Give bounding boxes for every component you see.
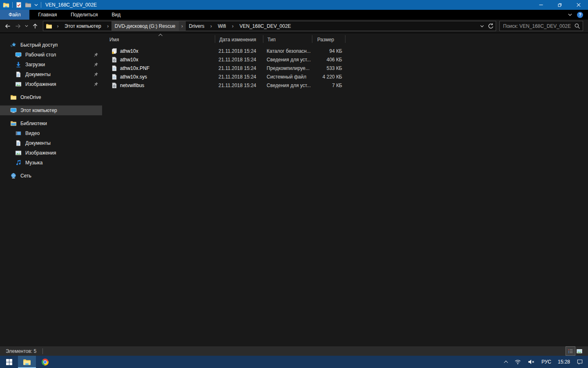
status-divider [42,348,43,354]
file-list-pane: Имя Дата изменения Тип Размер athw10x 21… [102,33,588,346]
language-indicator[interactable]: РУС [538,356,555,368]
sidebar-item-label: Изображения [25,81,56,87]
breadcrumb-current-folder[interactable]: VEN_168C_DEV_002E [236,21,294,31]
sidebar-item-onedrive[interactable]: OneDrive [0,92,102,102]
column-headers: Имя Дата изменения Тип Размер [105,33,588,45]
column-header-label: Тип [267,37,276,43]
breadcrumb-chevron-icon[interactable]: › [179,21,186,31]
sidebar-item-pictures-library[interactable]: Изображения [0,148,102,158]
desktop-screen: VEN_168C_DEV_002E Файл Главная Поделитьс… [0,0,588,368]
address-dropdown-chevron-icon[interactable] [479,21,486,31]
breadcrumb-drivers[interactable]: Drivers [186,21,208,31]
tab-view[interactable]: Вид [105,10,127,20]
address-bar[interactable]: › Этот компьютер › DVD-дисковод (G:) Res… [43,21,496,31]
sidebar-item-label: Музыка [25,160,42,166]
sidebar-item-documents-library[interactable]: Документы [0,138,102,148]
sidebar-item-pictures[interactable]: Изображения [0,79,102,89]
file-row[interactable]: athw10x 21.11.2018 15:24 Каталог безопас… [105,47,588,55]
thumbnails-view-button[interactable] [575,347,584,355]
column-header-label: Имя [109,37,119,43]
recent-locations-chevron-icon[interactable] [23,21,30,31]
minimize-button[interactable] [532,0,550,10]
explorer-app-icon[interactable] [3,2,9,8]
toolbar-separator [41,2,41,8]
quick-access-icon [10,42,17,48]
system-tray: РУС 15:28 [502,356,588,368]
breadcrumb-wifi[interactable]: Wifi [215,21,229,31]
volume-muted-icon[interactable] [524,356,538,368]
system-file-icon [111,65,118,72]
address-bar-right-controls [479,21,496,31]
tab-file[interactable]: Файл [0,10,29,20]
breadcrumb-dvd-drive[interactable]: DVD-дисковод (G:) Rescue [111,21,179,31]
sidebar-item-quick-access[interactable]: Быстрый доступ [0,40,102,50]
properties-button[interactable] [16,2,22,8]
refresh-icon[interactable] [486,21,496,31]
file-type: Системный файл [263,74,312,80]
up-button[interactable] [30,21,40,31]
customize-toolbar-chevron-icon[interactable] [34,4,38,6]
details-view-button[interactable] [566,347,575,355]
column-header-date-modified[interactable]: Дата изменения [215,33,263,45]
help-icon[interactable] [577,12,583,18]
this-pc-icon [10,107,17,114]
sidebar-item-label: Этот компьютер [20,108,57,113]
sort-ascending-icon [158,34,163,38]
column-header-size[interactable]: Размер [312,33,345,45]
sidebar-item-label: Рабочий стол [25,52,56,58]
file-name: athw10x.sys [120,74,147,80]
tab-home[interactable]: Главная [31,10,64,20]
sidebar-item-desktop[interactable]: Рабочий стол [0,50,102,60]
expand-ribbon-chevron-icon[interactable] [568,13,572,16]
action-center-icon[interactable] [573,356,588,368]
breadcrumb-chevron-icon: › [54,21,61,31]
pin-icon[interactable] [94,52,98,57]
sidebar-item-network[interactable]: Сеть [0,171,102,181]
search-box[interactable] [499,21,583,31]
taskbar-file-explorer-button[interactable] [18,356,36,368]
documents-icon [15,71,22,78]
sidebar-item-this-pc[interactable]: Этот компьютер [0,105,102,115]
pin-icon[interactable] [94,62,98,67]
sidebar-item-label: Документы [25,72,51,77]
taskbar-chrome-button[interactable] [36,356,54,368]
file-row[interactable]: athw10x.sys 21.11.2018 15:24 Системный ф… [105,72,588,81]
breadcrumb-this-pc[interactable]: Этот компьютер [61,21,105,31]
column-header-name[interactable]: Имя [105,33,215,45]
pictures-icon [15,81,22,88]
close-button[interactable] [569,0,588,10]
start-button[interactable] [0,356,18,368]
sidebar-item-music[interactable]: Музыка [0,158,102,168]
new-folder-button[interactable] [25,2,31,8]
file-name: athw10x [120,48,138,54]
quick-access-toolbar [0,0,41,10]
navigation-pane: Быстрый доступ Рабочий стол Загрузки Док… [0,33,102,346]
file-size: 533 КБ [312,65,345,71]
wifi-icon[interactable] [511,356,524,368]
column-divider[interactable] [345,35,345,43]
file-type: Сведения для уст... [263,83,312,88]
file-size: 406 КБ [312,57,345,63]
search-icon[interactable] [572,23,583,29]
videos-icon [15,130,22,137]
file-row[interactable]: athw10x.PNF 21.11.2018 15:24 Предкомпили… [105,64,588,72]
forward-button[interactable] [13,21,23,31]
sidebar-item-documents[interactable]: Документы [0,70,102,79]
file-row[interactable]: netvwifibus 21.11.2018 15:24 Сведения дл… [105,81,588,90]
file-row[interactable]: athw10x 21.11.2018 15:24 Сведения для ус… [105,55,588,64]
tray-expand-chevron-icon[interactable] [502,356,511,368]
sidebar-item-libraries[interactable]: Библиотеки [0,119,102,128]
pin-icon[interactable] [94,72,98,77]
back-button[interactable] [2,21,13,31]
setup-info-icon [111,82,118,89]
sidebar-item-downloads[interactable]: Загрузки [0,60,102,70]
breadcrumb-chevron-icon: › [105,21,111,31]
search-input[interactable] [500,23,572,29]
column-header-type[interactable]: Тип [263,33,312,45]
system-file-icon [111,74,118,80]
clock[interactable]: 15:28 [555,356,573,368]
pin-icon[interactable] [94,82,98,87]
restore-button[interactable] [550,0,569,10]
sidebar-item-videos[interactable]: Видео [0,128,102,138]
tab-share[interactable]: Поделиться [64,10,105,20]
